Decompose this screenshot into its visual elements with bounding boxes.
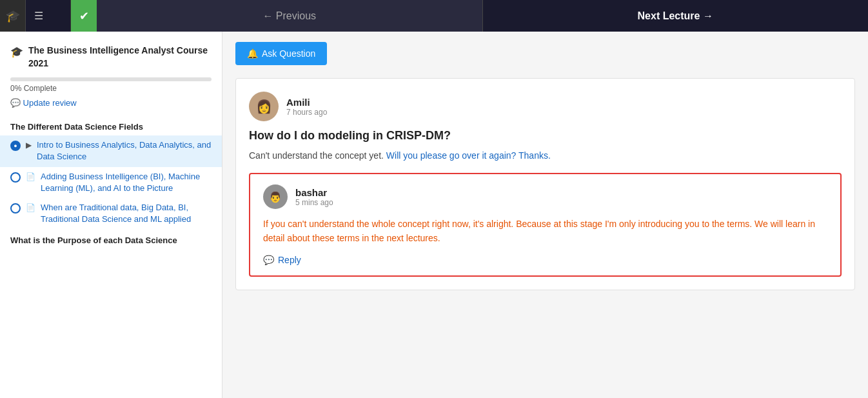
update-review-anchor[interactable]: 💬 Update review (10, 98, 212, 108)
ask-question-label: Ask Question (262, 48, 315, 59)
question-body: Can't understand the concept yet. Will y… (249, 149, 842, 163)
reply-user-name: bashar (295, 187, 333, 198)
question-user-name: Amili (286, 97, 327, 108)
section1-header: The Different Data Science Fields (0, 115, 222, 135)
doc-icon-3: 📄 (26, 203, 35, 212)
lesson-item-2[interactable]: 📄 Adding Business Intelligence (BI), Mac… (0, 167, 222, 198)
course-title: The Business Intelligence Analyst Course… (28, 45, 212, 70)
update-review-link[interactable]: 💬 Update review (0, 95, 222, 115)
check-circle-1: ● (10, 141, 21, 151)
check-circle-3 (10, 203, 21, 214)
previous-button[interactable]: ← Previous (97, 0, 483, 32)
lesson-item-1[interactable]: ● ▶ Intro to Business Analytics, Data An… (0, 135, 222, 166)
next-lecture-button[interactable]: Next Lecture → (483, 0, 869, 32)
logo-icon: 🎓 (0, 0, 26, 32)
graduation-cap-icon: 🎓 (10, 46, 23, 58)
reply-time-ago: 5 mins ago (295, 198, 333, 207)
video-icon-1: ▶ (26, 141, 32, 150)
lesson-title-3: When are Traditional data, Big Data, BI,… (41, 202, 212, 225)
question-body-link: Will you please go over it again? Thanks… (386, 150, 551, 161)
section2-header: What is the Purpose of each Data Science (0, 229, 222, 249)
lesson-item-3[interactable]: 📄 When are Traditional data, Big Data, B… (0, 198, 222, 229)
lesson-title-1: Intro to Business Analytics, Data Analyt… (37, 139, 212, 163)
question-title: How do I do modeling in CRISP-DM? (249, 129, 842, 143)
progress-label: 0% Complete (10, 84, 212, 93)
top-navigation: 🎓 ☰ ✔ ← Previous Next Lecture → (0, 0, 868, 32)
doc-icon-2: 📄 (26, 172, 35, 181)
menu-icon[interactable]: ☰ (26, 0, 52, 32)
sidebar: 🎓 The Business Intelligence Analyst Cour… (0, 32, 222, 398)
reply-card: 👨 bashar 5 mins ago If you can't underst… (249, 173, 842, 277)
ask-question-button[interactable]: 🔔 Ask Question (235, 42, 327, 65)
question-user-info: Amili 7 hours ago (286, 97, 327, 117)
content-area: 🔔 Ask Question 👩 Amili 7 hours ago How d… (222, 32, 868, 398)
progress-bar-container: 0% Complete (10, 77, 212, 93)
question-user-row: 👩 Amili 7 hours ago (249, 92, 842, 121)
reply-user-info: bashar 5 mins ago (295, 187, 333, 207)
reply-icon: 💬 (263, 255, 274, 265)
reply-avatar: 👨 (263, 184, 288, 209)
question-body-text: Can't understand the concept yet. (249, 150, 384, 161)
check-icon: ✔ (71, 0, 97, 32)
question-time-ago: 7 hours ago (286, 108, 327, 117)
question-avatar: 👩 (249, 92, 279, 121)
logo-area: 🎓 ☰ (0, 0, 71, 32)
main-area: 🎓 The Business Intelligence Analyst Cour… (0, 32, 868, 398)
reply-user-row: 👨 bashar 5 mins ago (263, 184, 827, 209)
course-title-area: 🎓 The Business Intelligence Analyst Cour… (0, 39, 222, 72)
ask-icon: 🔔 (247, 48, 258, 59)
lesson-title-2: Adding Business Intelligence (BI), Machi… (41, 171, 212, 194)
question-card: 👩 Amili 7 hours ago How do I do modeling… (235, 78, 855, 290)
reply-button[interactable]: 💬 Reply (263, 255, 301, 265)
check-circle-2 (10, 172, 21, 183)
reply-body: If you can't understand the whole concep… (263, 217, 827, 246)
reply-label: Reply (278, 255, 301, 265)
progress-bar-bg (10, 77, 212, 81)
